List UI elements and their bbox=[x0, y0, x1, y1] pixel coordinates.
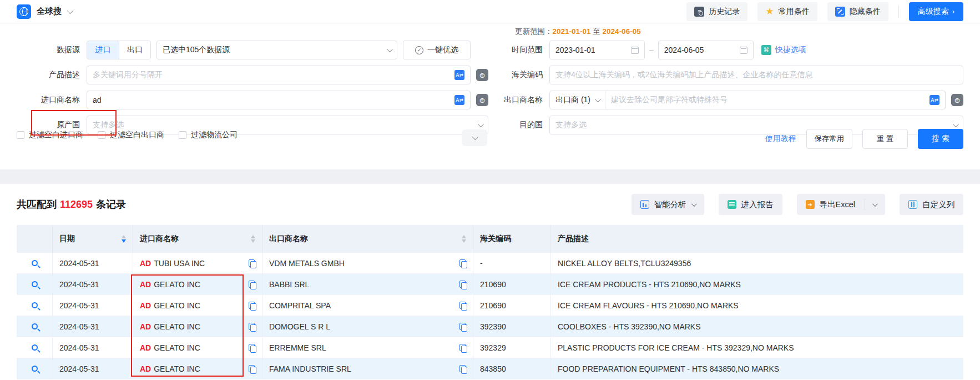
data-source-segmented: 进口 出口 bbox=[87, 41, 151, 59]
hs-code-placeholder: 支持4位以上海关编码，或2位海关编码加上产品描述、企业名称的任意信息 bbox=[555, 70, 813, 80]
divider bbox=[898, 6, 899, 18]
copy-icon[interactable] bbox=[459, 365, 466, 373]
update-range-to: 2024-06-05 bbox=[603, 27, 641, 36]
collapse-form-button[interactable] bbox=[462, 129, 487, 146]
search-icon[interactable] bbox=[32, 323, 38, 329]
cell-exporter: VDM METALS GMBH bbox=[262, 253, 473, 273]
product-desc-input[interactable]: 多关键词用分号隔开 A⇄ bbox=[87, 66, 471, 84]
copy-icon[interactable] bbox=[459, 302, 466, 309]
cell-hs-code: 210690 bbox=[473, 274, 551, 294]
checkbox-filter-blank-exporter[interactable]: 过滤空白出口商 bbox=[98, 130, 164, 140]
table-row[interactable]: 2024-05-31 AD GELATO INC COMPRITAL SPA 2… bbox=[17, 295, 963, 316]
columns-icon bbox=[908, 200, 917, 209]
hs-code-input[interactable]: 支持4位以上海关编码，或2位海关编码加上产品描述、企业名称的任意信息 bbox=[549, 66, 963, 84]
cell-product-desc: ICE CREAM PRODUCTS - HTS 210690,NO MARKS bbox=[551, 274, 963, 294]
date-to-input[interactable]: 2024-06-05 bbox=[658, 41, 754, 59]
divider bbox=[865, 199, 865, 210]
header-hs-code: 海关编码 bbox=[473, 225, 551, 253]
importer-highlight: AD bbox=[140, 259, 151, 268]
cell-hs-code: 210690 bbox=[473, 295, 551, 316]
data-source-select[interactable]: 已选中105个数据源 bbox=[156, 41, 397, 59]
chevron-down-icon[interactable] bbox=[872, 201, 878, 207]
advanced-search-button[interactable]: 高级搜索› bbox=[909, 2, 963, 21]
header-exporter[interactable]: 出口商名称 bbox=[262, 225, 473, 253]
customize-columns-button[interactable]: 自定义列 bbox=[900, 194, 963, 215]
tab-export[interactable]: 出口 bbox=[119, 41, 150, 59]
time-range-label: 时间范围 bbox=[474, 45, 549, 55]
table-row[interactable]: 2024-05-31 AD GELATO INC DOMOGEL S R L 3… bbox=[17, 316, 963, 337]
data-source-label: 数据源 bbox=[17, 45, 87, 55]
history-button[interactable]: 历史记录 bbox=[686, 2, 747, 21]
table-row[interactable]: 2024-05-31 AD TUBI USA INC VDM METALS GM… bbox=[17, 253, 963, 274]
sort-icons[interactable] bbox=[462, 235, 466, 243]
copy-icon[interactable] bbox=[249, 259, 255, 267]
translate-icon[interactable]: A⇄ bbox=[454, 70, 464, 80]
importer-highlight: AD bbox=[140, 301, 151, 310]
history-label: 历史记录 bbox=[709, 7, 740, 17]
translate-icon[interactable]: A⇄ bbox=[930, 95, 939, 105]
one-click-optimize-button[interactable]: ✓ 一键优选 bbox=[403, 41, 471, 59]
search-icon[interactable] bbox=[32, 302, 38, 308]
exporter-name-placeholder: 建议去除公司尾部字符或特殊符号 bbox=[611, 95, 728, 105]
table-row[interactable]: 2024-05-31 AD GELATO INC ERREMME SRL 392… bbox=[17, 337, 963, 358]
chevron-down-icon bbox=[472, 134, 478, 140]
importer-name-value: ad bbox=[93, 96, 102, 104]
copy-icon[interactable] bbox=[249, 281, 255, 288]
search-button[interactable]: 搜 索 bbox=[918, 129, 963, 149]
exact-match-icon[interactable]: ⊜ bbox=[951, 94, 963, 106]
checkbox-label: 过滤空白进口商 bbox=[29, 130, 83, 140]
copy-icon[interactable] bbox=[459, 281, 466, 288]
origin-country-label: 原产国 bbox=[17, 120, 87, 130]
update-range-from: 2021-01-01 bbox=[553, 27, 591, 36]
globe-icon bbox=[19, 7, 28, 16]
chevron-down-icon[interactable] bbox=[67, 7, 73, 13]
results-section: 共匹配到112695条记录 智能分析 进入报告 ➔ 导出Excel bbox=[0, 184, 980, 380]
date-range-dash: – bbox=[649, 46, 654, 54]
date-from-value: 2023-01-01 bbox=[555, 46, 595, 54]
table-row[interactable]: 2024-05-31 AD GELATO INC BABBI SRL 21069… bbox=[17, 274, 963, 295]
copy-icon[interactable] bbox=[459, 344, 466, 352]
importer-name-input[interactable]: ad A⇄ bbox=[87, 91, 471, 109]
cell-importer: AD GELATO INC bbox=[133, 295, 262, 316]
search-icon[interactable] bbox=[32, 344, 38, 351]
header-date[interactable]: 日期 bbox=[53, 225, 133, 253]
export-excel-button[interactable]: ➔ 导出Excel bbox=[797, 194, 885, 215]
sort-icons[interactable] bbox=[251, 235, 255, 243]
copy-icon[interactable] bbox=[249, 365, 255, 373]
result-count: 112695 bbox=[57, 199, 96, 210]
reset-button[interactable]: 重 置 bbox=[862, 129, 908, 149]
exporter-type-select[interactable]: 出口商 (1) bbox=[550, 91, 605, 109]
enter-report-button[interactable]: 进入报告 bbox=[719, 194, 782, 215]
copy-icon[interactable] bbox=[459, 323, 466, 331]
tutorial-link[interactable]: 使用教程 bbox=[765, 134, 796, 144]
exporter-name-input[interactable]: 建议去除公司尾部字符或特殊符号 A⇄ bbox=[605, 91, 945, 109]
quick-options-button[interactable]: ⌘ 快捷选项 bbox=[761, 45, 806, 55]
search-icon[interactable] bbox=[32, 366, 38, 372]
cell-date: 2024-05-31 bbox=[53, 253, 133, 273]
hide-conditions-button[interactable]: 隐藏条件 bbox=[827, 2, 888, 21]
cell-product-desc: NICKEL ALLOY BELTS,TCLU3249356 bbox=[551, 253, 963, 273]
save-favorite-button[interactable]: 保存常用 bbox=[806, 129, 852, 149]
checkbox-filter-blank-importer[interactable]: 过滤空白进口商 bbox=[17, 130, 83, 140]
copy-icon[interactable] bbox=[249, 302, 255, 309]
result-count-text: 共匹配到112695条记录 bbox=[17, 198, 126, 211]
copy-icon[interactable] bbox=[459, 259, 466, 267]
favorite-conditions-button[interactable]: ★ 常用条件 bbox=[757, 2, 817, 21]
header-importer[interactable]: 进口商名称 bbox=[133, 225, 262, 253]
copy-icon[interactable] bbox=[249, 323, 255, 331]
date-from-input[interactable]: 2023-01-01 bbox=[549, 41, 645, 59]
search-icon[interactable] bbox=[32, 260, 38, 266]
smart-analysis-button[interactable]: 智能分析 bbox=[632, 194, 704, 215]
search-icon[interactable] bbox=[32, 281, 38, 287]
table-row[interactable]: 2024-05-31 AD GELATO INC FAMA INDUSTRIE … bbox=[17, 358, 963, 379]
tab-import[interactable]: 进口 bbox=[87, 41, 119, 59]
sort-icons[interactable] bbox=[122, 235, 126, 243]
cell-product-desc: PLASTIC PRODUCTS FOR ICE CREAM - HTS 392… bbox=[551, 337, 963, 358]
header-row-actions bbox=[17, 225, 53, 253]
checkbox-filter-logistics[interactable]: 过滤物流公司 bbox=[179, 130, 238, 140]
copy-icon[interactable] bbox=[249, 344, 255, 352]
checkbox-label: 过滤空白出口商 bbox=[110, 130, 164, 140]
exporter-type-value: 出口商 (1) bbox=[555, 95, 590, 105]
cell-importer: AD GELATO INC bbox=[133, 274, 262, 294]
translate-icon[interactable]: A⇄ bbox=[454, 95, 464, 105]
